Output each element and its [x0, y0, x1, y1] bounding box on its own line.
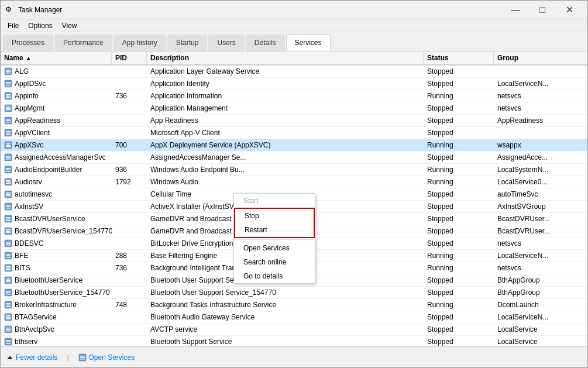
svg-rect-27 — [6, 146, 11, 147]
context-menu-open-services[interactable]: Open Services — [234, 241, 315, 255]
context-menu-start[interactable]: Start — [234, 194, 315, 208]
svg-rect-2 — [6, 71, 11, 73]
col-status[interactable]: Status — [424, 51, 494, 64]
content-area: Name ▲ PID Description Status Group ALG … — [1, 51, 587, 346]
context-menu-stop[interactable]: Stop — [235, 209, 314, 223]
svg-rect-42 — [6, 194, 11, 195]
service-icon — [4, 338, 12, 346]
svg-rect-21 — [6, 131, 11, 132]
service-icon — [4, 178, 12, 186]
tab-services[interactable]: Services — [286, 35, 331, 51]
svg-rect-75 — [6, 294, 11, 295]
svg-rect-25 — [6, 143, 11, 145]
table-header: Name ▲ PID Description Status Group — [1, 51, 587, 66]
svg-rect-50 — [6, 219, 11, 220]
menu-bar: File Options View — [1, 19, 587, 32]
svg-rect-74 — [6, 293, 11, 294]
svg-rect-57 — [6, 242, 11, 243]
col-group[interactable]: Group — [494, 51, 587, 64]
svg-marker-96 — [7, 356, 13, 359]
table-row[interactable]: BthAvctpSvc AVCTP service Stopped LocalS… — [1, 324, 587, 336]
col-description[interactable]: Description — [147, 51, 424, 64]
service-icon — [4, 141, 12, 149]
svg-rect-17 — [6, 119, 11, 120]
svg-rect-66 — [6, 268, 11, 269]
context-menu-restart[interactable]: Restart — [235, 223, 314, 237]
service-icon — [4, 202, 12, 211]
svg-rect-46 — [6, 207, 11, 208]
fewer-details-button[interactable]: Fewer details — [6, 353, 57, 362]
svg-rect-10 — [6, 96, 11, 97]
svg-rect-55 — [6, 232, 11, 233]
service-icon — [4, 116, 12, 125]
svg-rect-26 — [6, 145, 11, 146]
svg-rect-6 — [6, 84, 11, 85]
table-row[interactable]: BTAGService Bluetooth Audio Gateway Serv… — [1, 311, 587, 324]
table-row[interactable]: BluetoothUserService_154770 Bluetooth Us… — [1, 287, 587, 299]
table-body[interactable]: ALG Application Layer Gateway Service St… — [1, 66, 587, 346]
title-bar: ⚙ Task Manager — □ ✕ — [1, 1, 587, 19]
context-menu-search-online[interactable]: Search online — [234, 255, 315, 269]
svg-rect-29 — [6, 156, 11, 157]
svg-rect-79 — [6, 306, 11, 307]
menu-options[interactable]: Options — [23, 20, 57, 31]
svg-rect-91 — [6, 343, 11, 344]
svg-rect-9 — [6, 94, 11, 95]
svg-rect-90 — [6, 342, 11, 343]
table-row-appxsvc[interactable]: AppXSvc 700 AppX Deployment Service (App… — [1, 139, 587, 152]
svg-rect-33 — [6, 168, 11, 169]
service-icon — [4, 92, 12, 100]
tab-app-history[interactable]: App history — [114, 35, 166, 51]
svg-rect-67 — [6, 269, 11, 270]
svg-rect-70 — [6, 280, 11, 281]
service-icon — [4, 313, 12, 321]
context-menu-go-to-details[interactable]: Go to details — [234, 269, 315, 283]
footer-divider: | — [67, 353, 68, 362]
table-row[interactable]: AssignedAccessManagerSvc AssignedAccessM… — [1, 152, 587, 164]
tab-details[interactable]: Details — [246, 35, 285, 51]
menu-view[interactable]: View — [57, 20, 82, 31]
svg-rect-41 — [6, 192, 11, 194]
table-row[interactable]: bthserv Bluetooth Support Service Stoppe… — [1, 336, 587, 346]
menu-file[interactable]: File — [3, 20, 23, 31]
service-icon — [4, 80, 12, 88]
svg-rect-83 — [6, 318, 11, 319]
maximize-button[interactable]: □ — [529, 1, 556, 19]
tab-processes[interactable]: Processes — [3, 35, 53, 51]
svg-rect-38 — [6, 182, 11, 183]
svg-rect-63 — [6, 257, 11, 258]
svg-rect-3 — [6, 73, 11, 74]
svg-rect-23 — [6, 134, 11, 135]
svg-rect-82 — [6, 317, 11, 318]
service-icon — [4, 301, 12, 309]
table-row[interactable]: AppReadiness App Readiness Stopped AppRe… — [1, 115, 587, 127]
service-icon — [4, 190, 12, 198]
table-row[interactable]: Appinfo 736 Application Information Runn… — [1, 90, 587, 102]
table-row[interactable]: AppMgmt Application Management Stopped n… — [1, 102, 587, 115]
table-row[interactable]: BrokerInfrastructure 748 Background Task… — [1, 299, 587, 311]
svg-rect-100 — [80, 359, 85, 360]
tab-startup[interactable]: Startup — [167, 35, 208, 51]
open-services-footer-button[interactable]: Open Services — [78, 353, 135, 362]
svg-rect-65 — [6, 266, 11, 267]
svg-rect-37 — [6, 180, 11, 181]
tab-performance[interactable]: Performance — [54, 35, 112, 51]
svg-rect-89 — [6, 340, 11, 341]
col-name[interactable]: Name ▲ — [1, 51, 112, 64]
minimize-button[interactable]: — — [502, 1, 529, 19]
table-row[interactable]: AudioEndpointBuilder 936 Windows Audio E… — [1, 164, 587, 176]
svg-rect-22 — [6, 133, 11, 134]
table-row[interactable]: Audiosrv 1792 Windows Audio Running Loca… — [1, 176, 587, 188]
close-button[interactable]: ✕ — [556, 1, 583, 19]
service-icon — [4, 166, 12, 174]
tab-users[interactable]: Users — [208, 35, 244, 51]
table-row[interactable]: AppVClient Microsoft App-V Client Stoppe… — [1, 127, 587, 139]
svg-rect-7 — [6, 85, 11, 86]
svg-rect-15 — [6, 109, 11, 111]
context-menu: Start Stop Restart Open Services Search … — [233, 193, 315, 284]
svg-rect-73 — [6, 291, 11, 292]
col-pid[interactable]: PID — [112, 51, 147, 64]
service-icon — [4, 276, 12, 284]
table-row[interactable]: AppIDSvc Application Identity Stopped Lo… — [1, 78, 587, 90]
table-row[interactable]: ALG Application Layer Gateway Service St… — [1, 66, 587, 78]
